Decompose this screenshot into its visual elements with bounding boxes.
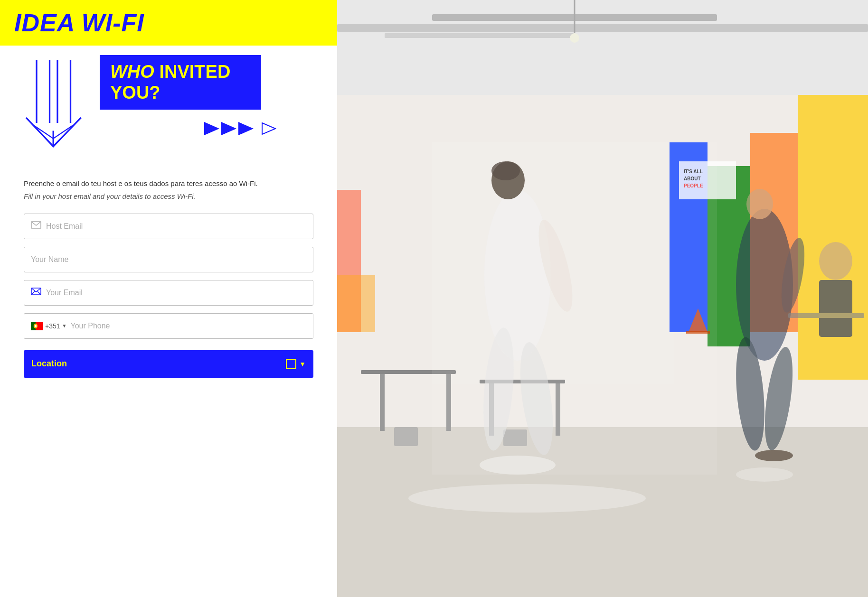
app-title: IDEA WI-FI (14, 9, 144, 37)
form-section: Preenche o email do teu host e os teus d… (0, 159, 337, 392)
your-email-field[interactable] (24, 280, 313, 306)
svg-point-59 (736, 467, 793, 482)
svg-rect-35 (380, 374, 385, 431)
play-arrow-1-icon (204, 122, 219, 135)
location-label: Location (31, 359, 67, 369)
svg-point-14 (35, 325, 37, 327)
email-filled-icon (31, 288, 41, 298)
svg-marker-8 (262, 123, 275, 134)
header-bar: IDEA WI-FI (0, 0, 337, 46)
play-arrow-2-icon (221, 122, 236, 135)
your-name-input[interactable] (31, 255, 306, 264)
phone-prefix-selector[interactable]: +351 ▼ (31, 322, 66, 330)
svg-marker-7 (238, 122, 254, 135)
your-name-field[interactable] (24, 247, 313, 272)
email-outline-icon (31, 221, 41, 231)
banner-col: WHO INVITED YOU? (100, 55, 276, 135)
location-square-icon (286, 359, 296, 369)
who-text: WHO (110, 62, 159, 82)
portugal-flag-icon (31, 322, 43, 330)
who-invited-banner: WHO INVITED YOU? (100, 55, 261, 110)
svg-point-19 (570, 33, 579, 43)
location-chevron-icon: ▼ (299, 360, 306, 368)
svg-marker-6 (221, 122, 236, 135)
hero-section: WHO INVITED YOU? (0, 46, 337, 159)
svg-rect-56 (788, 313, 864, 318)
description-en: Fill in your host email and your details… (24, 192, 313, 200)
svg-point-22 (408, 484, 646, 513)
svg-point-53 (755, 450, 793, 461)
svg-rect-29 (337, 275, 375, 332)
svg-rect-16 (337, 24, 868, 32)
play-arrows (204, 122, 276, 135)
location-dropdown[interactable]: Location ▼ (24, 350, 313, 378)
svg-rect-18 (385, 33, 575, 38)
down-arrow-icon (14, 55, 90, 159)
left-panel: IDEA WI-FI WHO INVITED YOU? (0, 0, 337, 597)
description-pt: Preenche o email do teu host e os teus d… (24, 178, 313, 189)
your-phone-input[interactable] (70, 322, 306, 330)
svg-point-54 (819, 242, 852, 280)
svg-point-58 (480, 456, 556, 475)
right-panel: IT'S ALL ABOUT PEOPLE (337, 0, 868, 597)
svg-rect-61 (686, 331, 710, 334)
svg-rect-40 (394, 427, 418, 446)
svg-point-49 (746, 189, 773, 219)
office-scene: IT'S ALL ABOUT PEOPLE (337, 0, 868, 597)
play-arrow-outline-icon (261, 122, 276, 135)
svg-rect-55 (819, 280, 852, 337)
location-icon-area: ▼ (286, 359, 306, 369)
phone-country-code: +351 (45, 322, 60, 330)
host-email-input[interactable] (46, 222, 306, 231)
host-email-field[interactable] (24, 214, 313, 239)
svg-marker-5 (204, 122, 219, 135)
prefix-chevron-icon[interactable]: ▼ (62, 323, 67, 328)
your-phone-field[interactable]: +351 ▼ (24, 313, 313, 339)
play-arrow-3-icon (238, 122, 254, 135)
svg-rect-57 (432, 142, 717, 475)
your-email-input[interactable] (46, 289, 306, 297)
